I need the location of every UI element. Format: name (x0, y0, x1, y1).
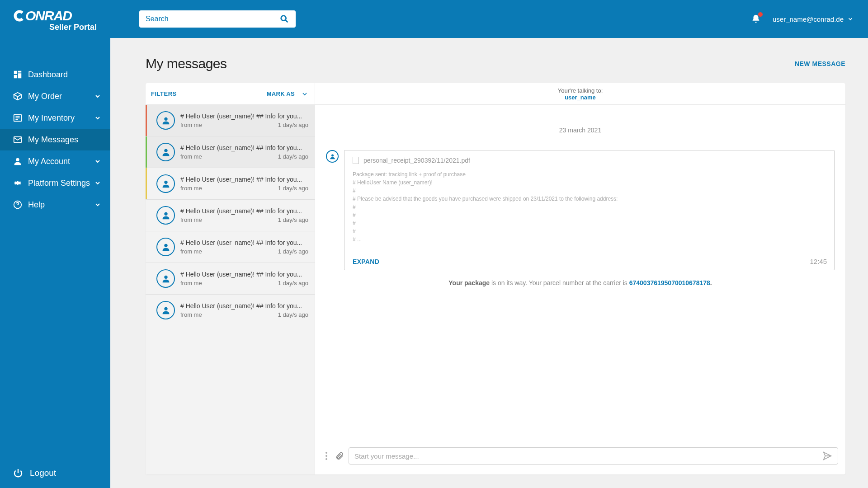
message-subject: # Hello User (user_name)! ## Info for yo… (180, 239, 308, 246)
status-color-bar (146, 136, 147, 168)
message-time: 1 day/s ago (278, 216, 308, 223)
mark-as-label: MARK AS (267, 90, 295, 97)
message-from: from me (180, 122, 202, 128)
avatar (156, 111, 175, 130)
message-list-item[interactable]: # Hello User (user_name)! ## Info for yo… (146, 263, 315, 295)
brand-subtitle: Seller Portal (13, 23, 97, 32)
svg-point-16 (331, 154, 334, 156)
avatar (156, 301, 175, 319)
gear-icon (13, 178, 23, 188)
sidebar-item-my-account[interactable]: My Account (0, 150, 110, 172)
status-color-bar (146, 295, 147, 326)
status-color-bar (146, 105, 147, 136)
topbar: user_name@conrad.de (110, 0, 868, 38)
status-color-bar (146, 231, 147, 263)
sidebar-item-label: Platform Settings (28, 178, 90, 188)
message-from: from me (180, 185, 202, 192)
status-color-bar (146, 168, 147, 199)
sidebar-item-my-inventory[interactable]: My Inventory (0, 107, 110, 129)
svg-point-15 (164, 307, 167, 310)
box-icon (13, 91, 23, 101)
status-color-bar (146, 200, 147, 231)
inventory-icon (13, 113, 23, 123)
compose-input[interactable] (354, 452, 822, 460)
message-from: from me (180, 216, 202, 223)
message-list-item[interactable]: # Hello User (user_name)! ## Info for yo… (146, 136, 315, 168)
sidebar-item-my-order[interactable]: My Order (0, 85, 110, 107)
avatar (156, 174, 175, 193)
message-time: 1 day/s ago (278, 185, 308, 192)
avatar (156, 206, 175, 225)
chevron-down-icon (94, 158, 101, 165)
sidebar-item-label: My Account (28, 157, 70, 166)
message-list-item[interactable]: # Hello User (user_name)! ## Info for yo… (146, 200, 315, 231)
chevron-down-icon (94, 201, 101, 208)
compose-input-wrap[interactable] (349, 447, 838, 465)
file-icon (353, 157, 359, 164)
chevron-down-icon (94, 179, 101, 187)
message-time: 1 day/s ago (278, 153, 308, 160)
date-separator: 23 march 2021 (326, 127, 835, 134)
sidebar-item-label: Dashboard (28, 70, 68, 80)
attachment-row[interactable]: personal_receipt_290392/11/2021.pdf (353, 157, 826, 164)
message-from: from me (180, 280, 202, 286)
avatar (326, 150, 339, 163)
more-options-button[interactable] (322, 452, 330, 460)
status-prefix: Your package (448, 279, 490, 286)
svg-rect-1 (18, 71, 21, 73)
expand-button[interactable]: EXPAND (353, 258, 826, 265)
chevron-down-icon (94, 93, 101, 100)
message-subject: # Hello User (user_name)! ## Info for yo… (180, 144, 308, 151)
sidebar-item-dashboard[interactable]: Dashboard (0, 64, 110, 85)
sidebar-item-label: Help (28, 200, 45, 210)
message-bubble: personal_receipt_290392/11/2021.pdf Pack… (344, 150, 835, 270)
attach-icon[interactable] (335, 451, 344, 461)
svg-point-6 (16, 158, 19, 161)
logout-label: Logout (30, 468, 56, 478)
chevron-down-icon (301, 90, 308, 98)
conversation-header: Your're talking to: user_name (315, 83, 845, 105)
sidebar: ONRAD Seller Portal Dashboard My Order M… (0, 0, 110, 488)
message-bubble-row: personal_receipt_290392/11/2021.pdf Pack… (326, 150, 835, 270)
talking-to-name: user_name (565, 94, 596, 101)
sidebar-item-my-messages[interactable]: My Messages (0, 129, 110, 150)
search-icon[interactable] (279, 14, 289, 24)
tracking-number[interactable]: 67400376195070010678178 (629, 279, 710, 286)
message-subject: # Hello User (user_name)! ## Info for yo… (180, 113, 308, 120)
svg-rect-0 (14, 71, 17, 74)
sidebar-item-label: My Order (28, 92, 62, 101)
composer (315, 443, 845, 474)
message-list-item[interactable]: # Hello User (user_name)! ## Info for yo… (146, 295, 315, 326)
message-time: 12:45 (810, 258, 827, 265)
mark-as-dropdown[interactable]: MARK AS (267, 90, 308, 98)
user-email: user_name@conrad.de (773, 15, 844, 23)
new-message-button[interactable]: NEW MESSAGE (795, 60, 845, 67)
message-body: Package sent: tracking link + proof of p… (353, 170, 826, 244)
dashboard-icon (13, 70, 23, 80)
send-icon[interactable] (822, 451, 832, 461)
search-input[interactable] (146, 15, 279, 23)
user-menu[interactable]: user_name@conrad.de (773, 15, 854, 23)
message-time: 1 day/s ago (278, 122, 308, 128)
message-list-item[interactable]: # Hello User (user_name)! ## Info for yo… (146, 105, 315, 136)
message-list-item[interactable]: # Hello User (user_name)! ## Info for yo… (146, 168, 315, 200)
sidebar-item-platform-settings[interactable]: Platform Settings (0, 172, 110, 194)
notification-badge (758, 12, 763, 17)
package-status: Your package is on its way. Your parcel … (326, 279, 835, 286)
mail-icon (13, 135, 23, 145)
message-subject: # Hello User (user_name)! ## Info for yo… (180, 207, 308, 215)
sidebar-item-label: My Inventory (28, 113, 75, 123)
power-icon (13, 468, 24, 479)
message-list-item[interactable]: # Hello User (user_name)! ## Info for yo… (146, 231, 315, 263)
message-from: from me (180, 153, 202, 160)
filters-button[interactable]: FILTERS (151, 90, 177, 97)
message-time: 1 day/s ago (278, 248, 308, 255)
chevron-down-icon (94, 114, 101, 122)
talking-to-label: Your're talking to: (558, 87, 603, 94)
notifications-button[interactable] (751, 14, 761, 24)
search-input-wrap[interactable] (139, 10, 296, 28)
logout-button[interactable]: Logout (0, 458, 110, 488)
status-color-bar (146, 263, 147, 294)
sidebar-item-help[interactable]: Help (0, 194, 110, 216)
help-icon (13, 200, 23, 210)
